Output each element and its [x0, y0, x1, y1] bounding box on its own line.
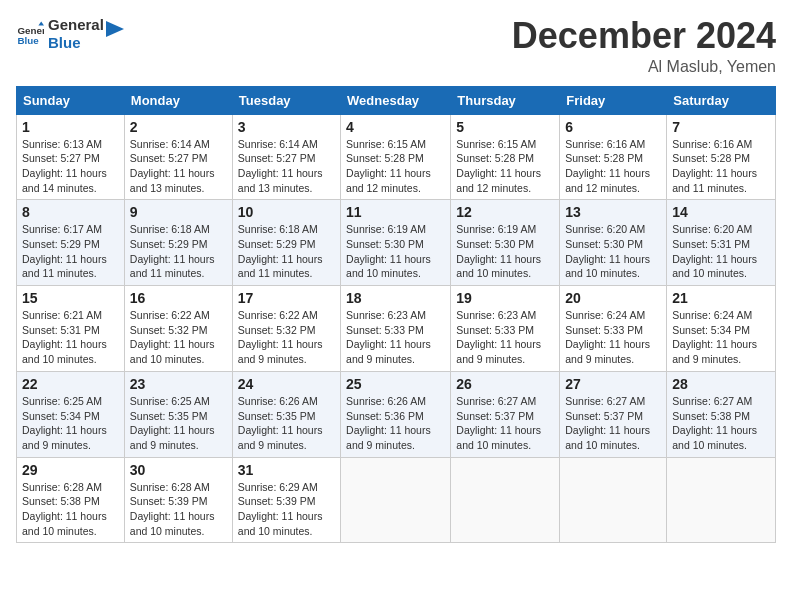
calendar-cell: 10Sunrise: 6:18 AM Sunset: 5:29 PM Dayli…	[232, 200, 340, 286]
calendar-week-row: 15Sunrise: 6:21 AM Sunset: 5:31 PM Dayli…	[17, 286, 776, 372]
day-number: 4	[346, 119, 445, 135]
calendar-cell: 4Sunrise: 6:15 AM Sunset: 5:28 PM Daylig…	[341, 114, 451, 200]
day-info: Sunrise: 6:16 AM Sunset: 5:28 PM Dayligh…	[672, 137, 770, 196]
day-info: Sunrise: 6:24 AM Sunset: 5:34 PM Dayligh…	[672, 308, 770, 367]
day-number: 7	[672, 119, 770, 135]
day-number: 18	[346, 290, 445, 306]
day-info: Sunrise: 6:24 AM Sunset: 5:33 PM Dayligh…	[565, 308, 661, 367]
calendar-cell: 17Sunrise: 6:22 AM Sunset: 5:32 PM Dayli…	[232, 286, 340, 372]
calendar-cell	[451, 457, 560, 543]
day-number: 15	[22, 290, 119, 306]
column-header-tuesday: Tuesday	[232, 86, 340, 114]
day-number: 26	[456, 376, 554, 392]
column-header-thursday: Thursday	[451, 86, 560, 114]
calendar-cell: 24Sunrise: 6:26 AM Sunset: 5:35 PM Dayli…	[232, 371, 340, 457]
calendar-week-row: 8Sunrise: 6:17 AM Sunset: 5:29 PM Daylig…	[17, 200, 776, 286]
day-number: 24	[238, 376, 335, 392]
calendar-cell: 16Sunrise: 6:22 AM Sunset: 5:32 PM Dayli…	[124, 286, 232, 372]
calendar-cell: 9Sunrise: 6:18 AM Sunset: 5:29 PM Daylig…	[124, 200, 232, 286]
day-info: Sunrise: 6:19 AM Sunset: 5:30 PM Dayligh…	[456, 222, 554, 281]
day-number: 22	[22, 376, 119, 392]
day-number: 31	[238, 462, 335, 478]
day-info: Sunrise: 6:22 AM Sunset: 5:32 PM Dayligh…	[130, 308, 227, 367]
day-info: Sunrise: 6:18 AM Sunset: 5:29 PM Dayligh…	[130, 222, 227, 281]
calendar-cell: 19Sunrise: 6:23 AM Sunset: 5:33 PM Dayli…	[451, 286, 560, 372]
day-info: Sunrise: 6:19 AM Sunset: 5:30 PM Dayligh…	[346, 222, 445, 281]
calendar-cell: 28Sunrise: 6:27 AM Sunset: 5:38 PM Dayli…	[667, 371, 776, 457]
day-info: Sunrise: 6:17 AM Sunset: 5:29 PM Dayligh…	[22, 222, 119, 281]
day-number: 6	[565, 119, 661, 135]
calendar-cell: 5Sunrise: 6:15 AM Sunset: 5:28 PM Daylig…	[451, 114, 560, 200]
calendar-cell: 14Sunrise: 6:20 AM Sunset: 5:31 PM Dayli…	[667, 200, 776, 286]
day-number: 13	[565, 204, 661, 220]
calendar-cell: 3Sunrise: 6:14 AM Sunset: 5:27 PM Daylig…	[232, 114, 340, 200]
title-block: December 2024 Al Maslub, Yemen	[512, 16, 776, 76]
column-header-monday: Monday	[124, 86, 232, 114]
day-info: Sunrise: 6:21 AM Sunset: 5:31 PM Dayligh…	[22, 308, 119, 367]
column-header-sunday: Sunday	[17, 86, 125, 114]
calendar-cell: 15Sunrise: 6:21 AM Sunset: 5:31 PM Dayli…	[17, 286, 125, 372]
location: Al Maslub, Yemen	[512, 58, 776, 76]
calendar-cell: 1Sunrise: 6:13 AM Sunset: 5:27 PM Daylig…	[17, 114, 125, 200]
day-info: Sunrise: 6:28 AM Sunset: 5:39 PM Dayligh…	[130, 480, 227, 539]
day-number: 5	[456, 119, 554, 135]
day-number: 25	[346, 376, 445, 392]
svg-marker-3	[106, 21, 124, 37]
day-info: Sunrise: 6:20 AM Sunset: 5:31 PM Dayligh…	[672, 222, 770, 281]
calendar-cell: 8Sunrise: 6:17 AM Sunset: 5:29 PM Daylig…	[17, 200, 125, 286]
day-number: 19	[456, 290, 554, 306]
day-info: Sunrise: 6:28 AM Sunset: 5:38 PM Dayligh…	[22, 480, 119, 539]
calendar-cell: 18Sunrise: 6:23 AM Sunset: 5:33 PM Dayli…	[341, 286, 451, 372]
calendar-table: SundayMondayTuesdayWednesdayThursdayFrid…	[16, 86, 776, 544]
day-info: Sunrise: 6:23 AM Sunset: 5:33 PM Dayligh…	[346, 308, 445, 367]
calendar-cell: 25Sunrise: 6:26 AM Sunset: 5:36 PM Dayli…	[341, 371, 451, 457]
calendar-cell: 23Sunrise: 6:25 AM Sunset: 5:35 PM Dayli…	[124, 371, 232, 457]
day-number: 1	[22, 119, 119, 135]
calendar-week-row: 1Sunrise: 6:13 AM Sunset: 5:27 PM Daylig…	[17, 114, 776, 200]
day-number: 21	[672, 290, 770, 306]
day-info: Sunrise: 6:26 AM Sunset: 5:36 PM Dayligh…	[346, 394, 445, 453]
day-info: Sunrise: 6:29 AM Sunset: 5:39 PM Dayligh…	[238, 480, 335, 539]
logo-general: General	[48, 16, 104, 34]
column-header-wednesday: Wednesday	[341, 86, 451, 114]
logo-icon: General Blue	[16, 20, 44, 48]
calendar-cell: 27Sunrise: 6:27 AM Sunset: 5:37 PM Dayli…	[560, 371, 667, 457]
calendar-cell: 6Sunrise: 6:16 AM Sunset: 5:28 PM Daylig…	[560, 114, 667, 200]
calendar-cell: 30Sunrise: 6:28 AM Sunset: 5:39 PM Dayli…	[124, 457, 232, 543]
calendar-cell: 7Sunrise: 6:16 AM Sunset: 5:28 PM Daylig…	[667, 114, 776, 200]
day-info: Sunrise: 6:18 AM Sunset: 5:29 PM Dayligh…	[238, 222, 335, 281]
calendar-cell	[341, 457, 451, 543]
day-number: 12	[456, 204, 554, 220]
calendar-cell: 31Sunrise: 6:29 AM Sunset: 5:39 PM Dayli…	[232, 457, 340, 543]
calendar-cell	[667, 457, 776, 543]
day-number: 17	[238, 290, 335, 306]
svg-marker-2	[38, 21, 44, 25]
calendar-cell: 11Sunrise: 6:19 AM Sunset: 5:30 PM Dayli…	[341, 200, 451, 286]
day-number: 28	[672, 376, 770, 392]
calendar-week-row: 29Sunrise: 6:28 AM Sunset: 5:38 PM Dayli…	[17, 457, 776, 543]
day-info: Sunrise: 6:26 AM Sunset: 5:35 PM Dayligh…	[238, 394, 335, 453]
page-header: General Blue General Blue December 2024 …	[16, 16, 776, 76]
day-number: 29	[22, 462, 119, 478]
logo-flag-icon	[106, 21, 124, 43]
day-info: Sunrise: 6:22 AM Sunset: 5:32 PM Dayligh…	[238, 308, 335, 367]
month-title: December 2024	[512, 16, 776, 56]
day-info: Sunrise: 6:27 AM Sunset: 5:38 PM Dayligh…	[672, 394, 770, 453]
column-header-friday: Friday	[560, 86, 667, 114]
day-number: 10	[238, 204, 335, 220]
day-info: Sunrise: 6:20 AM Sunset: 5:30 PM Dayligh…	[565, 222, 661, 281]
calendar-cell: 22Sunrise: 6:25 AM Sunset: 5:34 PM Dayli…	[17, 371, 125, 457]
calendar-header-row: SundayMondayTuesdayWednesdayThursdayFrid…	[17, 86, 776, 114]
calendar-cell: 26Sunrise: 6:27 AM Sunset: 5:37 PM Dayli…	[451, 371, 560, 457]
day-info: Sunrise: 6:16 AM Sunset: 5:28 PM Dayligh…	[565, 137, 661, 196]
calendar-cell: 20Sunrise: 6:24 AM Sunset: 5:33 PM Dayli…	[560, 286, 667, 372]
day-info: Sunrise: 6:14 AM Sunset: 5:27 PM Dayligh…	[130, 137, 227, 196]
day-info: Sunrise: 6:25 AM Sunset: 5:34 PM Dayligh…	[22, 394, 119, 453]
day-info: Sunrise: 6:27 AM Sunset: 5:37 PM Dayligh…	[456, 394, 554, 453]
calendar-cell: 13Sunrise: 6:20 AM Sunset: 5:30 PM Dayli…	[560, 200, 667, 286]
day-number: 30	[130, 462, 227, 478]
calendar-week-row: 22Sunrise: 6:25 AM Sunset: 5:34 PM Dayli…	[17, 371, 776, 457]
calendar-cell: 21Sunrise: 6:24 AM Sunset: 5:34 PM Dayli…	[667, 286, 776, 372]
logo-blue: Blue	[48, 34, 104, 52]
day-number: 23	[130, 376, 227, 392]
